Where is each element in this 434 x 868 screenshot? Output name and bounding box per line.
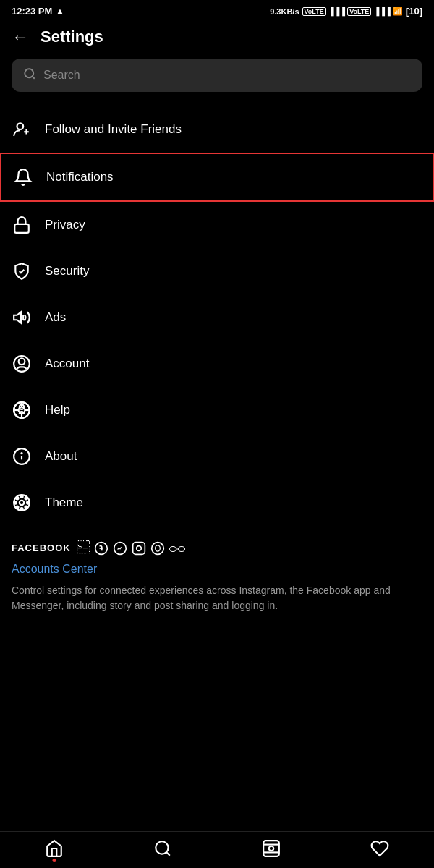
facebook-brand-row: FACEBOOK  (12, 540, 422, 556)
signal-icons: VoLTE ▐▐▐ VoLTE ▐▐▐ 📶 (302, 7, 403, 16)
svg-point-26 (20, 508, 22, 510)
menu-label-follow: Follow and Invite Friends (45, 122, 182, 137)
battery-icon: [10] (406, 6, 422, 17)
menu-item-ads[interactable]: Ads (0, 294, 434, 341)
search-placeholder: Search (43, 69, 80, 82)
svg-point-32 (25, 497, 27, 499)
svg-point-40 (169, 547, 176, 552)
search-container: Search (0, 59, 434, 106)
menu-label-theme: Theme (45, 495, 83, 510)
svg-point-30 (25, 506, 27, 509)
menu-label-security: Security (45, 264, 89, 278)
accounts-center-description: Control settings for connected experienc… (12, 583, 422, 613)
svg-marker-6 (14, 312, 21, 323)
menu-item-notifications[interactable]: Notifications (0, 153, 434, 202)
back-button[interactable]: ← (12, 27, 29, 47)
menu-item-help[interactable]: Help (0, 387, 434, 433)
location-icon: ▲ (55, 6, 64, 17)
status-bar: 12:23 PM ▲ 9.3KB/s VoLTE ▐▐▐ VoLTE ▐▐▐ 📶… (0, 0, 434, 20)
svg-point-24 (20, 501, 25, 506)
search-bar[interactable]: Search (12, 59, 422, 92)
svg-point-37 (136, 545, 141, 550)
svg-rect-45 (263, 841, 279, 856)
facebook-icon:  (77, 540, 90, 556)
svg-rect-36 (132, 542, 145, 554)
heart-icon (370, 839, 389, 858)
shield-icon (12, 261, 32, 281)
menu-list: Follow and Invite Friends Notifications … (0, 106, 434, 526)
svg-point-41 (178, 547, 184, 552)
facebook-brand-label: FACEBOOK (12, 542, 71, 553)
svg-line-1 (32, 76, 34, 78)
menu-label-about: About (45, 449, 77, 464)
svg-point-15 (19, 407, 25, 414)
menu-item-follow[interactable]: Follow and Invite Friends (0, 106, 434, 153)
status-right: 9.3KB/s VoLTE ▐▐▐ VoLTE ▐▐▐ 📶 [10] (270, 6, 422, 17)
svg-point-31 (16, 506, 18, 509)
svg-point-10 (19, 358, 25, 365)
nav-item-home[interactable] (45, 839, 64, 858)
nav-item-reels[interactable] (262, 839, 281, 858)
svg-line-44 (166, 852, 170, 856)
meta-icon (169, 544, 185, 554)
home-icon (45, 839, 64, 858)
theme-icon (12, 493, 32, 513)
reels-icon (262, 839, 281, 858)
bell-icon (13, 167, 33, 187)
accounts-center-link[interactable]: Accounts Center (12, 563, 422, 576)
svg-point-43 (156, 841, 168, 854)
search-nav-icon (153, 839, 172, 858)
menu-item-account[interactable]: Account (0, 341, 434, 387)
svg-point-29 (16, 497, 18, 499)
facebook-logo-icon (94, 541, 109, 556)
svg-point-28 (27, 501, 29, 503)
person-icon (12, 354, 32, 374)
status-time: 12:23 PM (12, 6, 52, 17)
svg-point-38 (141, 544, 142, 545)
menu-label-ads: Ads (45, 310, 66, 325)
nav-item-search[interactable] (153, 839, 172, 858)
follow-icon (12, 119, 32, 140)
page-title: Settings (41, 27, 103, 46)
nav-item-likes[interactable] (370, 839, 389, 858)
menu-item-about[interactable]: About (0, 433, 434, 480)
megaphone-icon (12, 307, 32, 328)
search-icon (23, 67, 36, 83)
svg-point-27 (14, 501, 17, 503)
menu-item-privacy[interactable]: Privacy (0, 202, 434, 248)
svg-point-25 (20, 495, 22, 498)
svg-point-46 (269, 846, 274, 851)
svg-point-0 (25, 69, 33, 77)
menu-label-help: Help (45, 403, 70, 417)
menu-item-security[interactable]: Security (0, 248, 434, 294)
info-icon (12, 446, 32, 467)
settings-header: ← Settings (0, 20, 434, 59)
menu-item-theme[interactable]: Theme (0, 480, 434, 526)
menu-label-privacy: Privacy (45, 218, 85, 232)
svg-point-39 (151, 542, 163, 554)
data-speed: 9.3KB/s (270, 7, 299, 16)
whatsapp-icon (150, 541, 165, 556)
lock-icon (12, 215, 32, 235)
bottom-navigation (0, 831, 434, 868)
menu-label-notifications: Notifications (46, 170, 114, 184)
facebook-section: FACEBOOK  (0, 526, 434, 619)
instagram-icon (132, 541, 146, 556)
menu-label-account: Account (45, 357, 89, 371)
messenger-icon (113, 541, 127, 556)
svg-point-2 (17, 123, 24, 129)
svg-rect-5 (14, 224, 29, 233)
help-icon (12, 400, 32, 420)
facebook-product-icons:  (77, 540, 185, 556)
home-indicator (53, 859, 56, 862)
